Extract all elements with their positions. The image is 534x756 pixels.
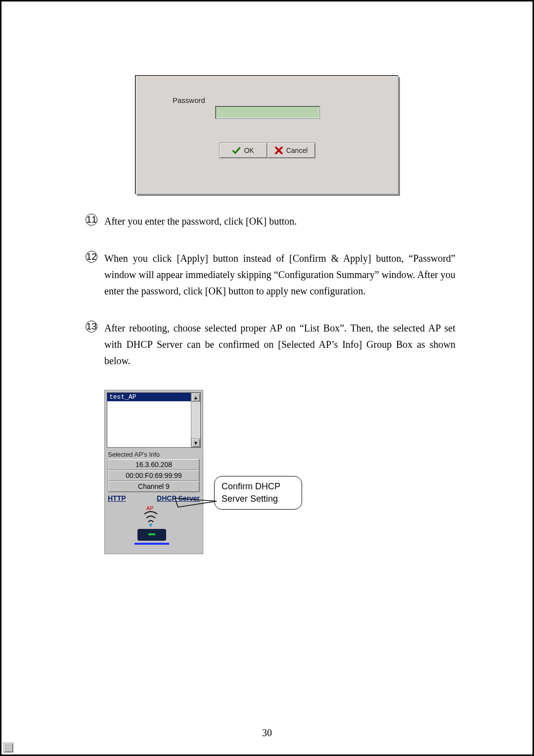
- dialog-button-row: OK Cancel: [136, 142, 398, 158]
- ap-label-text: AP: [146, 505, 154, 511]
- step-text: After rebooting, choose selected proper …: [104, 323, 455, 366]
- scroll-down-icon[interactable]: ▼: [191, 438, 200, 447]
- callout-pointer-icon: [172, 496, 217, 511]
- ap-list-item-selected[interactable]: test_AP: [107, 393, 200, 401]
- password-field-wrap: [215, 106, 320, 119]
- device-base-line: [134, 543, 169, 545]
- ap-listbox[interactable]: test_AP ▲ ▼: [107, 392, 201, 448]
- page-number: 30: [1, 727, 533, 739]
- step-number: 12: [86, 251, 97, 263]
- step-text: When you click [Apply] button instead of…: [104, 253, 455, 296]
- cancel-label: Cancel: [286, 146, 308, 154]
- ok-label: OK: [244, 146, 254, 154]
- cancel-button[interactable]: Cancel: [267, 142, 315, 158]
- instruction-item: 11 After you enter the password, click […: [104, 213, 455, 230]
- ap-ip: 16.3.60.208: [108, 459, 199, 470]
- password-dialog: Password OK Cancel: [135, 76, 399, 194]
- check-icon: [232, 146, 241, 155]
- ap-mac: 00:00:F0:69:99:99: [108, 470, 199, 481]
- password-row: Password: [136, 95, 398, 119]
- instruction-list: 11 After you enter the password, click […: [85, 213, 455, 369]
- document-page: Password OK Cancel 11 After you enter th…: [0, 0, 534, 756]
- callout-line2: Server Setting: [222, 493, 295, 505]
- step-number: 11: [86, 214, 97, 226]
- ok-button[interactable]: OK: [219, 142, 267, 158]
- ap-figure: test_AP ▲ ▼ Selected AP's Info 16.3.60.2…: [104, 390, 503, 554]
- http-link[interactable]: HTTP: [108, 494, 126, 502]
- ap-group-label: Selected AP's Info: [108, 451, 203, 458]
- wifi-icon: [143, 511, 158, 527]
- ap-channel: Channel 9: [108, 481, 199, 492]
- step-number: 13: [86, 321, 97, 332]
- scroll-up-icon[interactable]: ▲: [191, 393, 200, 402]
- device-icon: [137, 529, 166, 541]
- instruction-item: 12 When you click [Apply] button instead…: [104, 250, 455, 299]
- close-icon: [274, 146, 283, 155]
- svg-point-0: [149, 523, 152, 526]
- resize-handle-icon: [3, 743, 13, 753]
- scrollbar[interactable]: ▲ ▼: [191, 393, 200, 447]
- ap-illustration: AP: [108, 504, 200, 552]
- callout-line1: Confirm DHCP: [222, 480, 295, 493]
- ap-info-box: 16.3.60.208 00:00:F0:69:99:99 Channel 9: [108, 459, 200, 492]
- instruction-item: 13 After rebooting, choose selected prop…: [104, 320, 455, 369]
- step-text: After you enter the password, click [OK]…: [104, 216, 297, 227]
- password-label: Password: [173, 95, 215, 104]
- callout-bubble: Confirm DHCP Server Setting: [214, 476, 302, 510]
- ap-panel: test_AP ▲ ▼ Selected AP's Info 16.3.60.2…: [104, 390, 203, 554]
- password-input[interactable]: [215, 106, 320, 119]
